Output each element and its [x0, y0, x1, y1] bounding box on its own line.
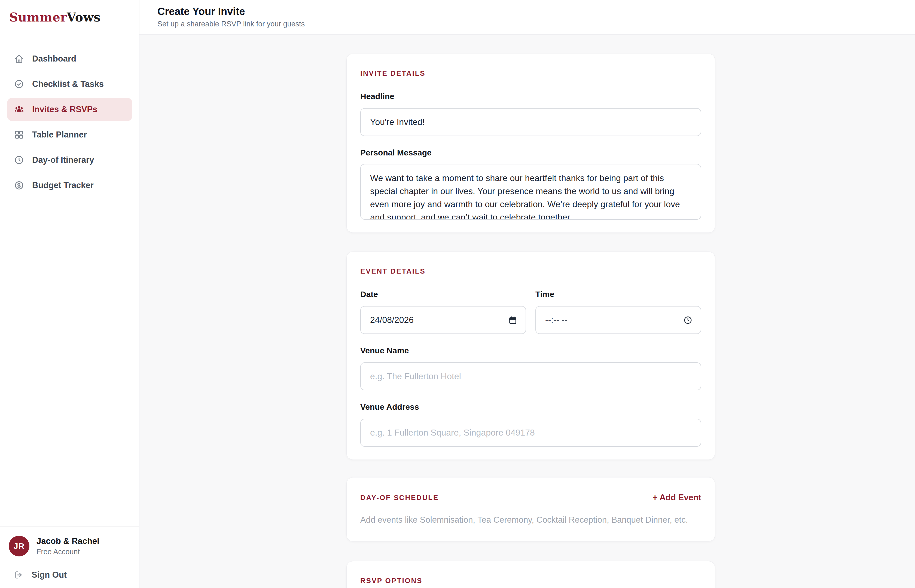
sidebar-item-label: Day-of Itinerary [32, 155, 94, 165]
date-value: 24/08/2026 [370, 315, 414, 325]
venue-address-label: Venue Address [360, 402, 701, 412]
home-icon [14, 54, 24, 64]
time-value: --:-- -- [545, 315, 567, 325]
page-subtitle: Set up a shareable RSVP link for your gu… [157, 20, 915, 28]
clock-icon [14, 155, 24, 165]
event-details-card: Event Details Date 24/08/2026 Time [346, 252, 715, 460]
calendar-icon[interactable] [508, 315, 517, 325]
sidebar-item-budget[interactable]: Budget Tracker [7, 174, 133, 197]
sidebar: SummerVows Dashboard Checklist & Tasks I… [0, 0, 139, 588]
date-label: Date [360, 290, 526, 299]
page-title: Create Your Invite [157, 6, 915, 18]
profile-row: JR Jacob & Rachel Free Account [9, 536, 130, 556]
sidebar-item-label: Budget Tracker [32, 181, 94, 190]
sign-out-icon [14, 570, 23, 580]
personal-message-textarea[interactable]: We want to take a moment to share our he… [360, 164, 701, 220]
sidebar-nav: Dashboard Checklist & Tasks Invites & RS… [0, 47, 139, 199]
sidebar-item-label: Checklist & Tasks [32, 79, 104, 89]
rsvp-options-card: RSVP Options Meal Preference [346, 561, 715, 588]
sidebar-item-invites[interactable]: Invites & RSVPs [7, 98, 133, 121]
venue-address-input[interactable] [360, 419, 701, 447]
avatar: JR [9, 536, 29, 556]
personal-message-label: Personal Message [360, 148, 701, 157]
sidebar-item-dashboard[interactable]: Dashboard [7, 47, 133, 71]
add-event-button[interactable]: + Add Event [653, 493, 701, 502]
time-input[interactable]: --:-- -- [535, 306, 701, 334]
sign-out-button[interactable]: Sign Out [9, 570, 130, 580]
invite-details-section-title: Invite Details [360, 69, 701, 78]
app-logo: SummerVows [0, 0, 139, 35]
users-icon [14, 105, 24, 114]
sign-out-label: Sign Out [32, 570, 67, 580]
grid-icon [14, 130, 24, 140]
content-scroll-area[interactable]: Invite Details Headline Personal Message… [139, 35, 915, 588]
main-area: Create Your Invite Set up a shareable RS… [139, 0, 915, 588]
headline-label: Headline [360, 92, 701, 101]
invite-details-card: Invite Details Headline Personal Message… [346, 53, 715, 233]
dollar-circle-icon [14, 181, 24, 190]
sidebar-item-table-planner[interactable]: Table Planner [7, 123, 133, 147]
logo-text-primary: Summer [9, 10, 67, 24]
sidebar-item-label: Table Planner [32, 130, 87, 140]
sidebar-item-label: Invites & RSVPs [32, 105, 97, 114]
headline-input[interactable] [360, 108, 701, 136]
schedule-section-title: Day-of Schedule [360, 494, 439, 502]
schedule-empty-text: Add events like Solemnisation, Tea Cerem… [360, 515, 701, 525]
sidebar-item-itinerary[interactable]: Day-of Itinerary [7, 149, 133, 172]
profile-plan-badge: Free Account [37, 548, 99, 556]
time-label: Time [535, 290, 701, 299]
profile-name: Jacob & Rachel [37, 536, 99, 546]
rsvp-section-title: RSVP Options [360, 577, 701, 585]
sidebar-item-label: Dashboard [32, 54, 76, 64]
venue-name-input[interactable] [360, 362, 701, 390]
check-circle-icon [14, 79, 24, 89]
sidebar-footer: JR Jacob & Rachel Free Account Sign Out [0, 527, 139, 588]
clock-input-icon[interactable] [683, 315, 692, 325]
day-of-schedule-card: Day-of Schedule + Add Event Add events l… [346, 477, 715, 541]
sidebar-item-checklist[interactable]: Checklist & Tasks [7, 73, 133, 96]
date-input[interactable]: 24/08/2026 [360, 306, 526, 334]
page-header: Create Your Invite Set up a shareable RS… [139, 0, 915, 35]
event-details-section-title: Event Details [360, 267, 701, 276]
venue-name-label: Venue Name [360, 346, 701, 355]
logo-text-secondary: Vows [67, 10, 100, 24]
